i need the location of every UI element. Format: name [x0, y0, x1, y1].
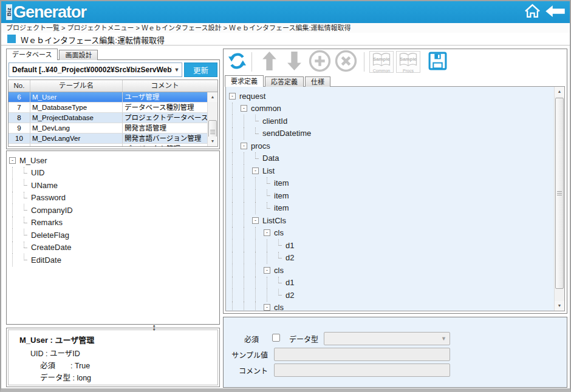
table-row[interactable]: 11M_Projectプロジェクト管理 — [9, 144, 207, 147]
tree-guide-line — [229, 252, 241, 265]
tree-node[interactable]: CreateDate — [9, 242, 219, 254]
table-row[interactable]: 6M_Userユーザ管理 — [9, 92, 207, 103]
tree-node[interactable]: -M_User — [9, 154, 219, 167]
tree-node[interactable]: item — [229, 202, 564, 215]
tab-response-definition[interactable]: 応答定義 — [265, 76, 304, 87]
sample-text: Sample — [400, 56, 417, 62]
add-node-button[interactable] — [309, 50, 331, 74]
tree-leaf-connector — [21, 179, 28, 192]
tree-node[interactable]: Password — [9, 192, 219, 204]
info-required: 必須 : True — [40, 359, 217, 371]
collapse-toggle-icon[interactable]: - — [252, 167, 259, 174]
datatype-select[interactable]: ▼ — [324, 332, 450, 345]
tree-node[interactable]: Remarks — [9, 217, 219, 229]
table-row[interactable]: 8M_ProjectDatabaseプロジェクトデータベース管理 — [9, 113, 207, 123]
sample-value-input[interactable] — [274, 348, 450, 361]
tree-node[interactable]: -cls — [229, 302, 564, 312]
scroll-down-icon[interactable]: ▼ — [208, 137, 217, 146]
toolbar-divider — [251, 52, 252, 72]
sample-procs-button[interactable]: Sample Procs — [396, 51, 420, 73]
table-scrollbar[interactable]: ▲ ▼ — [207, 92, 217, 146]
move-down-button[interactable] — [287, 52, 301, 72]
collapse-toggle-icon[interactable]: - — [264, 304, 270, 311]
back-button[interactable] — [545, 5, 565, 19]
sample-procs-book-icon: Sample — [397, 52, 419, 69]
reload-button[interactable] — [228, 52, 247, 72]
table-cell: 6 — [9, 92, 30, 102]
tree-node[interactable]: d1 — [229, 277, 564, 289]
logo-main-text: Generator — [13, 3, 86, 21]
tab-request-definition[interactable]: 要求定義 — [225, 75, 264, 87]
tree-node-label: d1 — [286, 278, 294, 287]
tree-node[interactable]: -cls — [229, 264, 564, 277]
table-cell: 8 — [9, 113, 30, 123]
tree-guide-line — [264, 289, 275, 302]
tree-node-label: EditDate — [31, 255, 61, 265]
tree-node[interactable]: -cls — [229, 227, 564, 240]
collapse-toggle-icon[interactable]: - — [241, 143, 247, 149]
breadcrumb[interactable]: プロジェクト一覧 > プロジェクトメニュー > Ｗｅｂインタフェース設計 > Ｗ… — [1, 23, 570, 33]
tree-scrollbar[interactable]: ▲ ▼ — [554, 87, 564, 311]
tree-node[interactable]: UID — [9, 167, 219, 180]
column-comment[interactable]: コメント — [123, 80, 207, 92]
tree-node-label: procs — [251, 141, 270, 150]
tree-node[interactable]: d2 — [229, 252, 564, 265]
tree-node[interactable]: -request — [229, 90, 564, 103]
database-select[interactable]: Default [..¥40_Project¥00002¥Src¥bizServ… — [9, 63, 182, 77]
tree-node[interactable]: item — [229, 177, 564, 190]
tree-node[interactable]: d1 — [229, 239, 564, 252]
tree-node-label: Remarks — [31, 218, 63, 227]
tree-node[interactable]: sendDatetime — [229, 127, 564, 140]
tree-node-label: CompanyID — [31, 206, 73, 215]
tree-node[interactable]: -common — [229, 103, 564, 115]
collapse-toggle-icon[interactable]: - — [229, 93, 236, 100]
collapse-toggle-icon[interactable]: - — [9, 157, 16, 164]
tree-node[interactable]: -List — [229, 164, 564, 177]
collapse-toggle-icon[interactable]: - — [264, 267, 270, 274]
save-button[interactable] — [428, 51, 448, 73]
tree-node-label: common — [251, 104, 281, 113]
collapse-toggle-icon[interactable]: - — [252, 217, 259, 224]
tree-guide-line — [229, 227, 241, 240]
tree-node[interactable]: Data — [229, 152, 564, 165]
home-button[interactable] — [524, 4, 541, 21]
tree-leaf-connector — [275, 277, 282, 289]
scroll-down-icon[interactable]: ▼ — [555, 301, 564, 311]
tree-node[interactable]: -ListCls — [229, 214, 564, 227]
tree-node[interactable]: item — [229, 189, 564, 202]
table-row[interactable]: 9M_DevLang開発言語管理 — [9, 123, 207, 133]
tree-guide-line — [252, 177, 264, 190]
table-cell: M_Project — [30, 144, 123, 147]
tree-node-label: item — [274, 178, 289, 188]
scroll-up-icon[interactable]: ▲ — [208, 92, 217, 102]
down-arrow-icon — [287, 52, 301, 72]
tree-node[interactable]: CompanyID — [9, 204, 219, 217]
column-no[interactable]: No. — [9, 80, 30, 92]
tree-node[interactable]: EditDate — [9, 254, 219, 266]
table-row[interactable]: 7M_DatabaseTypeデータベース種別管理 — [9, 103, 207, 113]
required-checkbox[interactable] — [272, 334, 280, 342]
tab-database[interactable]: データベース — [6, 49, 58, 60]
scroll-thumb[interactable] — [555, 98, 564, 289]
refresh-db-button[interactable]: 更新 — [184, 63, 217, 77]
table-cell: 開発言語バージョン管理 — [123, 133, 207, 143]
tree-node[interactable]: DeleteFlag — [9, 229, 219, 242]
delete-node-button[interactable] — [335, 50, 357, 74]
tree-node[interactable]: -procs — [229, 140, 564, 152]
tree-leaf-connector — [21, 217, 28, 229]
scroll-up-icon[interactable]: ▲ — [555, 87, 564, 96]
tree-node[interactable]: clientId — [229, 115, 564, 127]
tab-spec[interactable]: 仕様 — [305, 76, 330, 87]
collapse-toggle-icon[interactable]: - — [241, 105, 247, 112]
comment-input[interactable] — [274, 363, 450, 377]
tab-screen-design[interactable]: 画面設計 — [59, 50, 98, 60]
move-up-button[interactable] — [262, 52, 276, 72]
tree-node[interactable]: UName — [9, 179, 219, 192]
column-table-name[interactable]: テーブル名 — [30, 80, 123, 92]
sample-common-button[interactable]: Sample Common — [369, 51, 394, 73]
tree-leaf-connector — [264, 202, 271, 215]
collapse-toggle-icon[interactable]: - — [264, 229, 270, 236]
table-row[interactable]: 10M_DevLangVer開発言語バージョン管理 — [9, 133, 207, 144]
tree-node[interactable]: d2 — [229, 289, 564, 302]
page-title: Ｗｅｂインタフェース編集:運転情報取得 — [21, 34, 165, 46]
